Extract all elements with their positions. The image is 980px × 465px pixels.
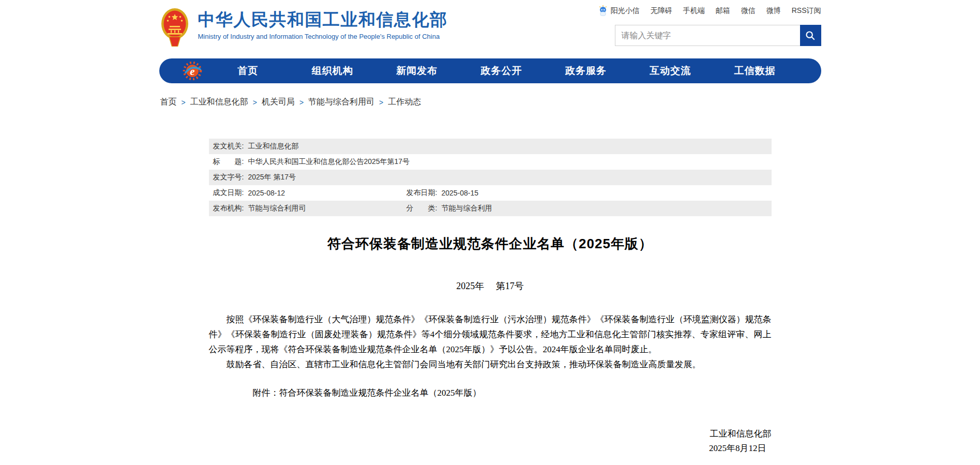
breadcrumb-separator: > <box>379 98 383 107</box>
top-link-mail[interactable]: 邮箱 <box>716 6 730 16</box>
top-link-rss[interactable]: RSS订阅 <box>792 6 821 16</box>
meta-row-doc-number: 发文字号: 2025年 第17号 <box>209 170 772 185</box>
signature-org: 工业和信息化部 <box>209 427 772 441</box>
site-logo-link[interactable]: 中华人民共和国工业和信息化部 Ministry of Industry and … <box>160 7 448 47</box>
attachment-link[interactable]: 附件：符合环保装备制造业规范条件企业名单（2025年版） <box>209 387 772 399</box>
document-body: 发文机关: 工业和信息化部 标 题: 中华人民共和国工业和信息化部公告2025年… <box>209 139 772 456</box>
top-link-mobile[interactable]: 手机端 <box>683 6 705 16</box>
search-input[interactable] <box>615 25 800 46</box>
top-link-weibo[interactable]: 微博 <box>766 6 781 16</box>
article-title: 符合环保装备制造业规范条件企业名单（2025年版） <box>209 235 772 253</box>
breadcrumb-home[interactable]: 首页 <box>160 97 177 108</box>
top-link-sunshine-xiaoxin[interactable]: 阳光小信 <box>598 5 640 16</box>
nav-item-home[interactable]: 首页 <box>206 58 290 83</box>
miit-logo-icon: e <box>182 61 203 81</box>
site-title: 中华人民共和国工业和信息化部 <box>198 8 448 31</box>
breadcrumb-separator: > <box>182 98 186 107</box>
nav-item-interaction[interactable]: 互动交流 <box>628 58 713 83</box>
signature-block: 工业和信息化部 2025年8月12日 <box>209 427 772 456</box>
meta-row-dates: 成文日期: 2025-08-12 发布日期: 2025-08-15 <box>209 185 772 201</box>
search-icon <box>805 30 816 41</box>
article-paragraph: 鼓励各省、自治区、直辖市工业和信息化主管部门会同当地有关部门研究出台支持政策，推… <box>209 357 772 372</box>
breadcrumb-miit[interactable]: 工业和信息化部 <box>190 97 248 108</box>
nav-item-organization[interactable]: 组织机构 <box>290 58 374 83</box>
site-header: 中华人民共和国工业和信息化部 Ministry of Industry and … <box>159 0 821 58</box>
breadcrumb: 首页 > 工业和信息化部 > 机关司局 > 节能与综合利用司 > 工作动态 <box>159 97 821 108</box>
main-nav: e 首页 组织机构 新闻发布 政务公开 政务服务 互动交流 工信数据 <box>159 58 821 83</box>
document-meta-table: 发文机关: 工业和信息化部 标 题: 中华人民共和国工业和信息化部公告2025年… <box>209 139 772 216</box>
breadcrumb-energy-conservation-dept[interactable]: 节能与综合利用司 <box>308 97 374 108</box>
announcement-number: 2025年 第17号 <box>209 280 772 292</box>
top-link-wechat[interactable]: 微信 <box>741 6 756 16</box>
search-button[interactable] <box>800 25 821 46</box>
breadcrumb-work-updates[interactable]: 工作动态 <box>388 97 421 108</box>
breadcrumb-departments[interactable]: 机关司局 <box>262 97 295 108</box>
nav-item-gov-services[interactable]: 政务服务 <box>544 58 628 83</box>
robot-mascot-icon <box>598 5 608 16</box>
search-bar <box>615 25 821 46</box>
national-emblem-icon <box>160 7 189 47</box>
nav-item-miit-data[interactable]: 工信数据 <box>713 58 797 83</box>
article-paragraphs: 按照《环保装备制造行业（大气治理）规范条件》《环保装备制造行业（污水治理）规范条… <box>209 312 772 372</box>
breadcrumb-separator: > <box>299 98 304 107</box>
meta-row-title: 标 题: 中华人民共和国工业和信息化部公告2025年第17号 <box>209 154 772 170</box>
top-link-accessibility[interactable]: 无障碍 <box>651 6 672 16</box>
article-paragraph: 按照《环保装备制造行业（大气治理）规范条件》《环保装备制造行业（污水治理）规范条… <box>209 312 772 357</box>
nav-item-news[interactable]: 新闻发布 <box>374 58 459 83</box>
site-subtitle: Ministry of Industry and Information Tec… <box>198 33 448 40</box>
meta-row-issuing-agency: 发文机关: 工业和信息化部 <box>209 139 772 154</box>
breadcrumb-separator: > <box>253 98 257 107</box>
nav-item-gov-disclosure[interactable]: 政务公开 <box>459 58 544 83</box>
nav-items: 首页 组织机构 新闻发布 政务公开 政务服务 互动交流 工信数据 <box>206 58 797 83</box>
utility-links: 阳光小信 无障碍 手机端 邮箱 微信 微博 RSS订阅 <box>598 5 821 16</box>
signature-date: 2025年8月12日 <box>209 441 772 456</box>
meta-row-publisher-category: 发布机构: 节能与综合利用司 分 类: 节能与综合利用 <box>209 201 772 216</box>
